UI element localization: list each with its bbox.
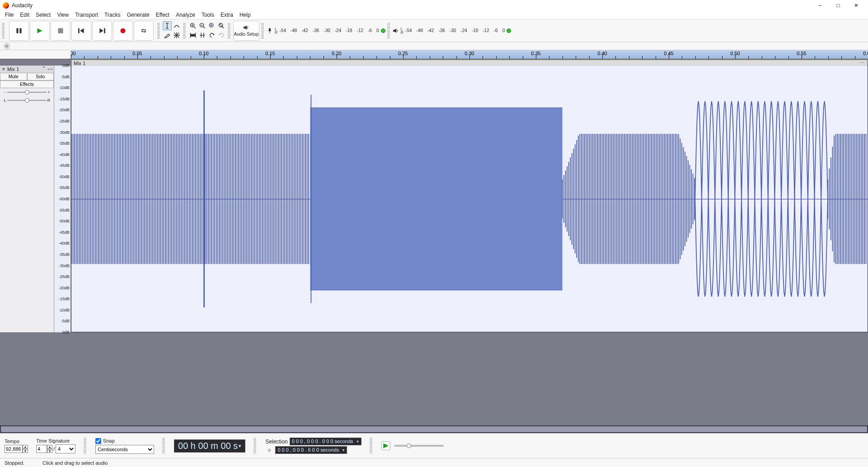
clip-header[interactable]: Mix 1 ⋯	[71, 60, 868, 66]
tracks-area: × Mix 1 ˄ ⋯ Mute Solo Effects - + L R 0d…	[0, 59, 868, 425]
track-menu-button[interactable]: ⋯	[47, 66, 53, 72]
selection-start-display[interactable]: 0 0 0 , 0 0 0 . 0 0 0 seconds ▾	[290, 438, 361, 445]
skip-start-button[interactable]	[71, 21, 91, 41]
undo-button[interactable]	[207, 31, 216, 40]
timeline-settings-button[interactable]	[3, 42, 11, 50]
menu-effect[interactable]: Effect	[153, 11, 173, 19]
timeline-options-bar	[0, 42, 868, 50]
envelope-tool-button[interactable]	[172, 21, 181, 30]
snap-checkbox[interactable]	[95, 438, 101, 444]
close-button[interactable]: ✕	[847, 0, 865, 10]
waveform-svg	[71, 66, 868, 332]
toolbar-grip[interactable]	[2, 23, 5, 38]
fit-project-button[interactable]	[217, 21, 226, 30]
effects-button[interactable]: Effects	[0, 80, 54, 88]
menu-help[interactable]: Help	[236, 11, 254, 19]
tempo-field[interactable]	[5, 445, 23, 453]
snap-toggle[interactable]: Snap	[95, 438, 154, 444]
selection-end-display[interactable]: 0 0 0 , 0 0 0 . 6 0 0 seconds ▾	[275, 446, 347, 454]
speaker-icon	[393, 28, 399, 34]
toolbar-grip[interactable]	[183, 23, 186, 38]
selection-tool-button[interactable]	[163, 21, 172, 30]
multi-tool-button[interactable]	[172, 31, 181, 40]
audio-setup-label: Audio Setup	[234, 32, 259, 37]
recording-meter[interactable]: L R -54-48-42-36-30-24-18-12-60	[267, 27, 385, 34]
record-button[interactable]	[113, 21, 133, 41]
silence-button[interactable]	[198, 31, 207, 40]
solo-button[interactable]: Solo	[27, 73, 54, 80]
play-button[interactable]	[30, 21, 50, 41]
tempo-label: Tempo	[5, 439, 28, 444]
skip-end-button[interactable]	[92, 21, 112, 41]
svg-point-390	[268, 449, 271, 451]
horizontal-scrollbar[interactable]	[0, 425, 868, 433]
svg-line-48	[9, 44, 9, 44]
toolbar-grip[interactable]	[162, 438, 165, 453]
svg-rect-1	[19, 28, 21, 33]
timesig-den-select[interactable]: 4	[56, 444, 75, 453]
track-control-panel[interactable]: × Mix 1 ˄ ⋯ Mute Solo Effects - + L R	[0, 66, 54, 332]
minimize-button[interactable]: –	[811, 0, 829, 10]
menu-analyze[interactable]: Analyze	[173, 11, 198, 19]
toolbar-grip[interactable]	[387, 23, 390, 38]
toolbar-grip[interactable]	[157, 23, 160, 38]
stop-button[interactable]	[51, 21, 70, 41]
draw-tool-button[interactable]	[163, 31, 172, 40]
menu-tracks[interactable]: Tracks	[101, 11, 124, 19]
svg-line-49	[5, 47, 5, 48]
rec-clip-indicator-icon	[381, 28, 385, 33]
menu-edit[interactable]: Edit	[17, 11, 33, 19]
gear-icon	[4, 43, 10, 49]
svg-line-23	[203, 26, 205, 28]
trim-button[interactable]	[188, 31, 197, 40]
playback-meter[interactable]: L R -54-48-42-36-30-24-18-12-60	[393, 27, 511, 34]
fit-selection-button[interactable]	[207, 21, 216, 30]
toolbar-grip[interactable]	[253, 438, 256, 453]
maximize-button[interactable]: □	[829, 0, 847, 10]
menu-generate[interactable]: Generate	[124, 11, 153, 19]
menu-extra[interactable]: Extra	[217, 11, 236, 19]
track-name-label: Mix 1	[7, 66, 40, 72]
pan-slider[interactable]: L R	[0, 96, 54, 104]
svg-line-46	[5, 44, 5, 44]
zoom-out-button[interactable]	[198, 21, 207, 30]
timesig-num-input[interactable]: ▲▼	[36, 445, 52, 453]
track-close-button[interactable]: ×	[1, 66, 6, 72]
menu-view[interactable]: View	[54, 11, 72, 19]
menu-select[interactable]: Select	[33, 11, 54, 19]
playback-speed-slider[interactable]	[394, 445, 444, 447]
snap-unit-select[interactable]: Centiseconds	[95, 445, 154, 454]
menu-file[interactable]: File	[2, 11, 17, 19]
svg-marker-391	[383, 443, 388, 448]
tools-toolbar	[163, 21, 181, 40]
play-at-speed-button[interactable]	[381, 441, 390, 450]
menu-tools[interactable]: Tools	[198, 11, 217, 19]
toolbar-grip[interactable]	[261, 23, 264, 38]
audio-setup-button[interactable]: Audio Setup	[233, 21, 259, 41]
toolbar-grip[interactable]	[370, 438, 372, 453]
track-row: × Mix 1 ˄ ⋯ Mute Solo Effects - + L R 0d…	[0, 66, 868, 332]
toolbar-grip[interactable]	[228, 23, 230, 38]
tempo-up-button[interactable]: ▲	[23, 445, 28, 449]
loop-button[interactable]	[134, 21, 154, 41]
tempo-down-button[interactable]: ▼	[23, 449, 28, 453]
track-collapse-button[interactable]: ˄	[41, 66, 47, 72]
timesig-label: Time Signature	[36, 438, 75, 443]
waveform-canvas[interactable]: Mix 1 ⋯	[71, 66, 868, 332]
gain-slider[interactable]: - +	[0, 88, 54, 96]
redo-button[interactable]	[217, 31, 226, 40]
pause-button[interactable]	[9, 21, 29, 41]
svg-marker-37	[244, 25, 247, 29]
microphone-icon	[267, 28, 273, 34]
toolbar-grip[interactable]	[84, 438, 86, 453]
mute-button[interactable]: Mute	[0, 73, 27, 80]
app-logo-icon	[3, 2, 9, 9]
menu-transport[interactable]: Transport	[72, 11, 101, 19]
svg-point-8	[120, 28, 125, 33]
zoom-in-button[interactable]	[188, 21, 197, 30]
tempo-input[interactable]: ▲▼	[5, 445, 28, 453]
selection-settings-button[interactable]	[265, 447, 273, 454]
main-time-display[interactable]: 00 h 00 m 00 s▾	[174, 439, 245, 453]
clip-menu-button[interactable]: ⋯	[859, 60, 865, 66]
timeline-ruler[interactable]: 0.000.050.100.150.200.250.300.350.400.45…	[71, 50, 868, 59]
